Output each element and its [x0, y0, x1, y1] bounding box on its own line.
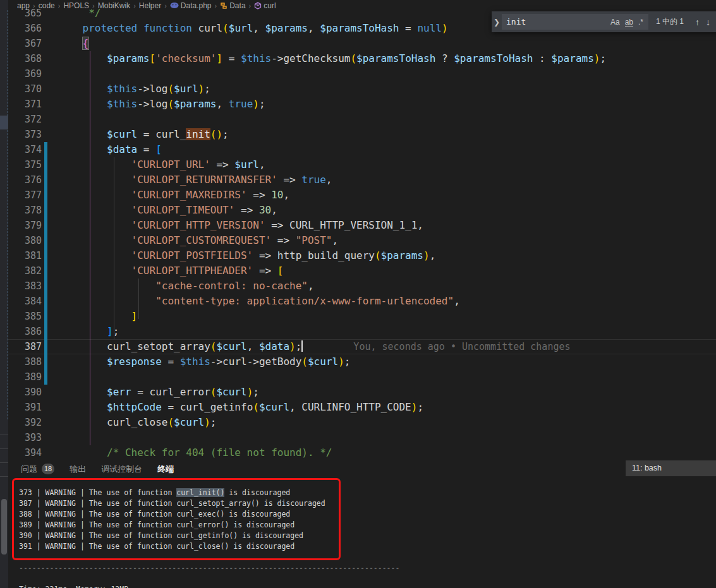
code-line-376[interactable]: 376 'CURLOPT_RETURNTRANSFER' => true, [8, 172, 716, 188]
line-number[interactable]: 368 [8, 51, 43, 66]
line-number[interactable]: 375 [8, 157, 43, 172]
search-query[interactable]: init [502, 17, 610, 27]
panel-tab-label: 问题 [21, 464, 37, 475]
breadcrumb-separator: › [164, 2, 167, 9]
code-line-375[interactable]: 375 'CURLOPT_URL' => $url, [8, 157, 716, 172]
regex-icon[interactable]: .* [638, 18, 643, 27]
terminal-selected-text: curl_close() [176, 542, 229, 551]
line-number[interactable]: 393 [8, 430, 43, 445]
modified-line-indicator [44, 233, 47, 248]
line-number[interactable]: 369 [8, 66, 43, 81]
strip-selected-item[interactable] [0, 116, 8, 129]
code-line-368[interactable]: 368 $params['checksum'] = $this->getChec… [8, 51, 716, 66]
terminal-warning-line: 373 | WARNING | The use of function curl… [19, 488, 399, 498]
line-number[interactable]: 377 [8, 188, 43, 203]
find-widget[interactable]: ❯ init Aa ab .* 1 中的 1 ↑ ↓ [492, 11, 716, 32]
panel-tab-问题[interactable]: 问题18 [21, 464, 54, 475]
line-number[interactable]: 387 [8, 339, 43, 354]
breadcrumb-item-hpols[interactable]: HPOLS [63, 1, 89, 10]
code-line-374[interactable]: 374 $data = [ [8, 142, 716, 157]
line-number[interactable]: 374 [8, 142, 43, 157]
breadcrumb-separator: › [92, 2, 95, 9]
code-line-384[interactable]: 384 "content-type: application/x-www-for… [8, 294, 716, 309]
breadcrumb-item-code[interactable]: code [39, 1, 55, 10]
breadcrumb-item-helper[interactable]: Helper [139, 1, 161, 10]
line-number[interactable]: 381 [8, 248, 43, 263]
line-number[interactable]: 378 [8, 203, 43, 218]
modified-line-indicator [44, 81, 47, 97]
modified-line-indicator [44, 354, 47, 369]
breadcrumb-item-app[interactable]: app [17, 1, 30, 10]
chevron-right-icon[interactable]: ❯ [492, 18, 502, 27]
line-number[interactable]: 383 [8, 279, 43, 294]
code-line-372[interactable]: 372 [8, 112, 716, 127]
code-line-392[interactable]: 392 curl_close($curl); [8, 415, 716, 430]
line-number[interactable]: 384 [8, 294, 43, 309]
line-number[interactable]: 386 [8, 324, 43, 339]
code-line-378[interactable]: 378 'CURLOPT_TIMEOUT' => 30, [8, 203, 716, 218]
code-line-379[interactable]: 379 'CURLOPT_HTTP_VERSION' => CURL_HTTP_… [8, 218, 716, 233]
panel-tab-输出[interactable]: 输出 [70, 464, 86, 475]
breadcrumb-item-data[interactable]: Data [220, 1, 245, 10]
arrow-down-icon[interactable]: ↓ [706, 17, 710, 27]
code-editor[interactable]: 365 */366 protected function curl($url, … [8, 0, 716, 460]
code-line-377[interactable]: 377 'CURLOPT_MAXREDIRS' => 10, [8, 188, 716, 203]
whole-word-icon[interactable]: ab [625, 18, 633, 27]
line-number[interactable]: 388 [8, 354, 43, 369]
code-line-390[interactable]: 390 $err = curl_error($curl); [8, 385, 716, 400]
code-line-367[interactable]: 367 { [8, 36, 716, 51]
code-line-382[interactable]: 382 'CURLOPT_HTTPHEADER' => [ [8, 263, 716, 279]
terminal-selected-text: curl_setopt_array() [176, 499, 260, 508]
code-line-387[interactable]: 387 curl_setopt_array($curl, $data);You,… [8, 339, 716, 354]
line-number[interactable]: 366 [8, 21, 43, 36]
indent-guide [138, 279, 139, 319]
breadcrumb-separator: › [33, 2, 35, 9]
line-number[interactable]: 382 [8, 263, 43, 279]
line-number[interactable]: 376 [8, 172, 43, 188]
problems-count-badge: 18 [42, 464, 54, 474]
modified-line-indicator [44, 248, 47, 263]
code-line-381[interactable]: 381 'CURLOPT_POSTFIELDS' => http_build_q… [8, 248, 716, 263]
code-line-380[interactable]: 380 'CURLOPT_CUSTOMREQUEST' => "POST", [8, 233, 716, 248]
panel-tab-调试控制台[interactable]: 调试控制台 [101, 464, 142, 475]
line-number[interactable]: 370 [8, 81, 43, 97]
match-case-icon[interactable]: Aa [610, 18, 620, 27]
code-line-370[interactable]: 370 $this->log($url); [8, 81, 716, 97]
code-line-386[interactable]: 386 ]; [8, 324, 716, 339]
line-number[interactable]: 372 [8, 112, 43, 127]
code-line-391[interactable]: 391 $httpCode = curl_getinfo($curl, CURL… [8, 400, 716, 415]
code-line-389[interactable]: 389 [8, 369, 716, 385]
code-line-373[interactable]: 373 $curl = curl_init(); [8, 127, 716, 142]
modified-line-indicator [44, 112, 47, 127]
left-activity-strip [0, 0, 8, 588]
panel-tabs: 问题18输出调试控制台终端 [21, 460, 174, 478]
line-number[interactable]: 385 [8, 309, 43, 324]
strip-scrollbar-thumb[interactable] [1, 499, 7, 555]
breadcrumb-item-curl[interactable]: curl [254, 1, 276, 10]
code-line-369[interactable]: 369 [8, 66, 716, 81]
arrow-up-icon[interactable]: ↑ [695, 17, 700, 27]
line-number[interactable]: 391 [8, 400, 43, 415]
line-number[interactable]: 379 [8, 218, 43, 233]
code-line-383[interactable]: 383 "cache-control: no-cache", [8, 279, 716, 294]
code-line-385[interactable]: 385 ] [8, 309, 716, 324]
search-input[interactable]: init Aa ab .* [502, 14, 648, 30]
line-number[interactable]: 380 [8, 233, 43, 248]
breadcrumb-item-mobikwik[interactable]: MobiKwik [98, 1, 130, 10]
line-number[interactable]: 389 [8, 369, 43, 385]
line-number[interactable]: 373 [8, 127, 43, 142]
panel-tab-终端[interactable]: 终端 [157, 464, 174, 475]
line-number[interactable]: 367 [8, 36, 43, 51]
line-number[interactable]: 390 [8, 385, 43, 400]
line-number[interactable]: 392 [8, 415, 43, 430]
breadcrumb-item-data.php[interactable]: Data.php [170, 1, 212, 10]
code-line-371[interactable]: 371 $this->log($params, true); [8, 97, 716, 112]
line-number[interactable]: 371 [8, 97, 43, 112]
line-number[interactable]: 394 [8, 445, 43, 460]
code-line-393[interactable]: 393 [8, 430, 716, 445]
terminal-selector-dropdown[interactable]: 11: bash [626, 460, 716, 476]
terminal-dashed-separator: ----------------------------------------… [19, 563, 399, 573]
code-line-388[interactable]: 388 $response = $this->curl->getBody($cu… [8, 354, 716, 369]
terminal-output[interactable]: 373 | WARNING | The use of function curl… [19, 488, 399, 588]
code-line-394[interactable]: 394 /* Check for 404 (file not found). *… [8, 445, 716, 460]
